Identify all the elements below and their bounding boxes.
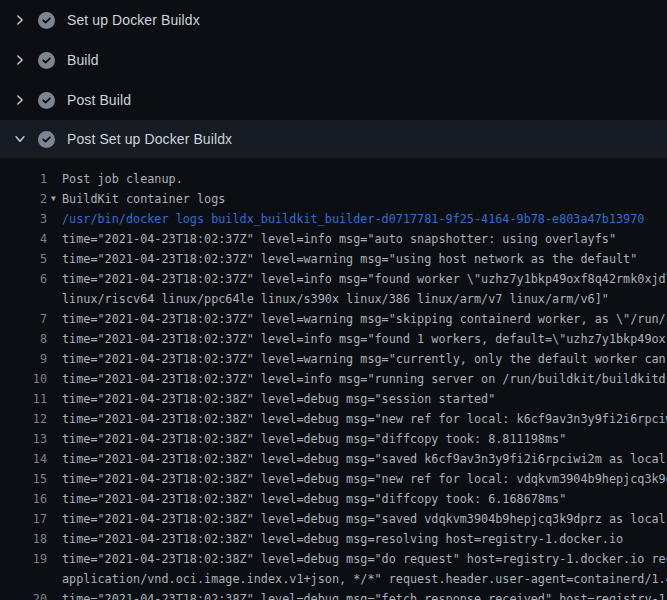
check-circle-icon — [38, 92, 55, 109]
log-line-text: time="2021-04-23T18:02:37Z" level=info m… — [62, 229, 667, 249]
log-line-text: time="2021-04-23T18:02:38Z" level=debug … — [62, 449, 667, 469]
log-line: 13 time="2021-04-23T18:02:38Z" level=deb… — [0, 429, 667, 449]
log-line: 9 time="2021-04-23T18:02:37Z" level=warn… — [0, 349, 667, 369]
log-line: 17 time="2021-04-23T18:02:38Z" level=deb… — [0, 509, 667, 529]
log-line: 8 time="2021-04-23T18:02:37Z" level=info… — [0, 329, 667, 349]
log-line-text: time="2021-04-23T18:02:38Z" level=debug … — [62, 469, 667, 489]
log-line-number[interactable]: 15 — [0, 469, 47, 489]
chevron-right-icon — [13, 93, 27, 107]
step-label: Post Set up Docker Buildx — [67, 131, 232, 147]
log-line-text: time="2021-04-23T18:02:37Z" level=info m… — [62, 269, 667, 289]
log-line-number[interactable]: 1 — [0, 169, 47, 189]
check-circle-icon — [38, 131, 55, 148]
chevron-right-icon — [13, 53, 27, 67]
log-line: 7 time="2021-04-23T18:02:37Z" level=warn… — [0, 309, 667, 329]
log-group-toggle[interactable]: 2 ▼ BuildKit container logs — [0, 189, 667, 209]
log-line-text: Post job cleanup. — [62, 169, 667, 189]
log-line-wrap-continuation: linux/riscv64 linux/ppc64le linux/s390x … — [0, 289, 667, 309]
log-line: 3 /usr/bin/docker logs buildx_buildkit_b… — [0, 209, 667, 229]
log-line-number[interactable]: 12 — [0, 409, 47, 429]
step-label: Set up Docker Buildx — [67, 12, 200, 28]
steps-list: Set up Docker Buildx Build Post Build Po… — [0, 0, 667, 158]
step-header-set-up-docker-buildx[interactable]: Set up Docker Buildx — [0, 0, 667, 40]
log-line-number[interactable]: 18 — [0, 529, 47, 549]
chevron-right-icon — [13, 13, 27, 27]
log-line-text: time="2021-04-23T18:02:38Z" level=debug … — [62, 489, 667, 509]
log-line: 1 Post job cleanup. — [0, 169, 667, 189]
step-label: Post Build — [67, 92, 131, 108]
log-line: 16 time="2021-04-23T18:02:38Z" level=deb… — [0, 489, 667, 509]
log-line-number[interactable]: 17 — [0, 509, 47, 529]
check-circle-icon — [38, 52, 55, 69]
log-command-text: /usr/bin/docker logs buildx_buildkit_bui… — [62, 209, 667, 229]
log-line-text: application/vnd.oci.image.index.v1+json,… — [62, 569, 667, 589]
log-line-text: time="2021-04-23T18:02:37Z" level=info m… — [62, 369, 667, 389]
log-line-text: time="2021-04-23T18:02:37Z" level=warnin… — [62, 249, 667, 269]
log-line-number[interactable]: 6 — [0, 269, 47, 289]
log-line-number[interactable]: 8 — [0, 329, 47, 349]
log-line: 14 time="2021-04-23T18:02:38Z" level=deb… — [0, 449, 667, 469]
log-line-text: linux/riscv64 linux/ppc64le linux/s390x … — [62, 289, 667, 309]
log-line-text: time="2021-04-23T18:02:38Z" level=debug … — [62, 389, 667, 409]
step-label: Build — [67, 52, 99, 68]
log-line-number[interactable]: 3 — [0, 209, 47, 229]
log-line-number[interactable]: 16 — [0, 489, 47, 509]
step-header-build[interactable]: Build — [0, 40, 667, 80]
log-line-text: time="2021-04-23T18:02:37Z" level=info m… — [62, 329, 667, 349]
log-line-number[interactable]: 11 — [0, 389, 47, 409]
log-line: 11 time="2021-04-23T18:02:38Z" level=deb… — [0, 389, 667, 409]
log-line-number[interactable]: 4 — [0, 229, 47, 249]
log-line-text: time="2021-04-23T18:02:38Z" level=debug … — [62, 409, 667, 429]
log-line: 15 time="2021-04-23T18:02:38Z" level=deb… — [0, 469, 667, 489]
log-line: 20 time="2021-04-23T18:02:38Z" level=deb… — [0, 589, 667, 600]
log-line-text: time="2021-04-23T18:02:38Z" level=debug … — [62, 549, 667, 569]
log-line: 12 time="2021-04-23T18:02:38Z" level=deb… — [0, 409, 667, 429]
log-line-number[interactable]: 14 — [0, 449, 47, 469]
log-line-text: time="2021-04-23T18:02:38Z" level=debug … — [62, 509, 667, 529]
chevron-down-icon — [13, 132, 27, 146]
step-header-post-build[interactable]: Post Build — [0, 80, 667, 120]
log-line-text: time="2021-04-23T18:02:38Z" level=debug … — [62, 529, 667, 549]
log-line: 6 time="2021-04-23T18:02:37Z" level=info… — [0, 269, 667, 289]
triangle-down-icon: ▼ — [51, 189, 56, 209]
log-line: 18 time="2021-04-23T18:02:38Z" level=deb… — [0, 529, 667, 549]
log-line-text: time="2021-04-23T18:02:37Z" level=warnin… — [62, 349, 667, 369]
log-line-number[interactable]: 9 — [0, 349, 47, 369]
step-header-post-set-up-docker-buildx[interactable]: Post Set up Docker Buildx — [0, 120, 667, 158]
log-line-number — [0, 289, 47, 309]
log-line-number[interactable]: 5 — [0, 249, 47, 269]
log-group-title: BuildKit container logs — [62, 189, 667, 209]
log-line-number — [0, 569, 47, 589]
log-line-number[interactable]: 10 — [0, 369, 47, 389]
log-line-text: time="2021-04-23T18:02:37Z" level=warnin… — [62, 309, 667, 329]
log-line-text: time="2021-04-23T18:02:38Z" level=debug … — [62, 589, 667, 600]
log-container[interactable]: 1 Post job cleanup. 2 ▼ BuildKit contain… — [0, 158, 667, 600]
check-circle-icon — [38, 12, 55, 29]
log-line: 4 time="2021-04-23T18:02:37Z" level=info… — [0, 229, 667, 249]
log-line-number[interactable]: 2 — [0, 189, 47, 209]
log-line-wrap-continuation: application/vnd.oci.image.index.v1+json,… — [0, 569, 667, 589]
log-line: 5 time="2021-04-23T18:02:37Z" level=warn… — [0, 249, 667, 269]
log-line: 10 time="2021-04-23T18:02:37Z" level=inf… — [0, 369, 667, 389]
log-line: 19 time="2021-04-23T18:02:38Z" level=deb… — [0, 549, 667, 569]
log-line-number[interactable]: 7 — [0, 309, 47, 329]
log-line-number[interactable]: 19 — [0, 549, 47, 569]
log-line-text: time="2021-04-23T18:02:38Z" level=debug … — [62, 429, 667, 449]
log-line-number[interactable]: 13 — [0, 429, 47, 449]
log-line-number[interactable]: 20 — [0, 589, 47, 600]
